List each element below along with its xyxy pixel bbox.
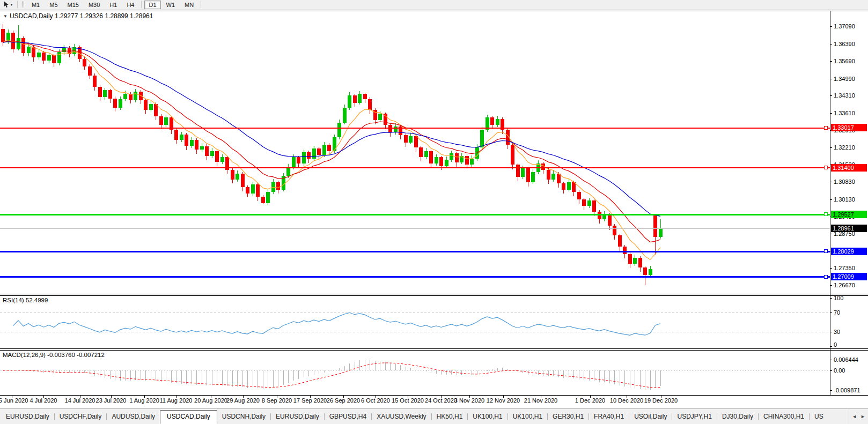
svg-text:19 Dec 2020: 19 Dec 2020	[644, 397, 678, 404]
svg-text:1.28029: 1.28029	[833, 248, 854, 255]
rsi-label: RSI(14) 52.4999	[3, 297, 48, 303]
tab-hk50-h1[interactable]: HK50,H1	[432, 410, 468, 423]
chart-title: ▼USDCAD,Daily 1.29277 1.29326 1.28899 1.…	[3, 12, 153, 20]
svg-text:23 Jul 2020: 23 Jul 2020	[96, 397, 127, 404]
chevron-down-icon: ▼	[10, 3, 13, 6]
svg-text:1.31400: 1.31400	[833, 165, 854, 171]
svg-text:14 Jul 2020: 14 Jul 2020	[65, 397, 95, 404]
tab-scroll-arrows: ◄ ►	[849, 409, 868, 424]
svg-text:1.36390: 1.36390	[834, 41, 855, 47]
cursor-icon	[3, 1, 9, 8]
svg-text:17 Sep 2020: 17 Sep 2020	[293, 397, 327, 404]
tab-eurusd-daily[interactable]: EURUSD,Daily	[1, 410, 54, 423]
chart-menu-caret-icon[interactable]: ▼	[3, 14, 8, 19]
tab-fra40-h1[interactable]: FRA40,H1	[589, 410, 629, 423]
timeframe-button-m30[interactable]: M30	[84, 1, 104, 9]
tab-ger30-h1[interactable]: GER30,H1	[548, 410, 589, 423]
tab-usdjpy-h1[interactable]: USDJPY,H1	[672, 410, 716, 423]
tab-scroll-right-icon[interactable]: ►	[860, 414, 865, 419]
chart-title-symbol: USDCAD,Daily	[10, 12, 53, 20]
svg-text:1.29527: 1.29527	[833, 211, 854, 218]
svg-text:12 Nov 2020: 12 Nov 2020	[487, 397, 520, 404]
chart-window: 1.370901.363901.356901.349901.343101.336…	[0, 10, 868, 408]
svg-text:4 Jul 2020: 4 Jul 2020	[30, 397, 57, 404]
svg-text:1.34990: 1.34990	[834, 76, 855, 82]
svg-text:0.006444: 0.006444	[834, 356, 858, 363]
timeframe-button-m15[interactable]: M15	[63, 1, 83, 9]
tab-eurusd-daily[interactable]: EURUSD,Daily	[271, 410, 324, 423]
toolbar-separator	[17, 1, 18, 8]
tab-uk100-h1[interactable]: UK100,H1	[508, 410, 547, 423]
svg-text:1.26670: 1.26670	[834, 282, 855, 288]
svg-text:0.00: 0.00	[834, 367, 845, 374]
timeframe-button-group: M1M5M15M30H1H4D1W1MN	[27, 1, 203, 9]
macd-label: MACD(12,26,9) -0.003760 -0.007212	[3, 352, 105, 358]
svg-text:6 Oct 2020: 6 Oct 2020	[361, 397, 390, 404]
toolbar-separator	[201, 1, 201, 8]
top-toolbar: ▼ M1M5M15M30H1H4D1W1MN	[0, 0, 868, 10]
svg-text:11 Aug 2020: 11 Aug 2020	[160, 397, 193, 404]
svg-text:1.32210: 1.32210	[834, 144, 855, 151]
tab-usdchf-daily[interactable]: USDCHF,Daily	[55, 410, 107, 423]
svg-text:1.27009: 1.27009	[833, 273, 854, 280]
svg-text:8 Sep 2020: 8 Sep 2020	[262, 397, 292, 404]
svg-text:15 Oct 2020: 15 Oct 2020	[392, 397, 424, 404]
svg-text:-0.009871: -0.009871	[834, 387, 860, 393]
svg-text:30: 30	[834, 329, 840, 335]
svg-text:1.33610: 1.33610	[834, 110, 855, 116]
tab-overflow-partial[interactable]: US	[810, 410, 828, 423]
svg-text:1.30130: 1.30130	[834, 196, 855, 203]
tab-uk100-h1[interactable]: UK100,H1	[468, 410, 507, 423]
timeframe-button-m5[interactable]: M5	[45, 1, 62, 9]
cursor-tool-button[interactable]: ▼	[2, 1, 15, 9]
svg-text:1.35690: 1.35690	[834, 58, 855, 64]
svg-text:25 Jun 2020: 25 Jun 2020	[0, 397, 28, 404]
timeframe-button-h1[interactable]: H1	[105, 1, 121, 9]
toolbar-drag-handle[interactable]	[23, 1, 24, 8]
tab-usoil-daily[interactable]: USOil,Daily	[629, 410, 672, 423]
svg-text:0: 0	[834, 341, 837, 348]
symbol-tabbar: EURUSD,DailyUSDCHF,DailyAUDUSD,DailyUSDC…	[0, 408, 868, 424]
svg-text:1.33017: 1.33017	[833, 124, 854, 131]
chart-canvas[interactable]: 1.370901.363901.356901.349901.343101.336…	[0, 10, 868, 411]
tab-strip: EURUSD,DailyUSDCHF,DailyAUDUSD,DailyUSDC…	[1, 409, 828, 424]
timeframe-button-m1[interactable]: M1	[27, 1, 44, 9]
tab-china300-h1[interactable]: CHINA300,H1	[759, 410, 809, 423]
svg-text:1.37090: 1.37090	[834, 23, 855, 29]
tab-usdcad-daily[interactable]: USDCAD,Daily	[160, 410, 217, 424]
svg-text:21 Nov 2020: 21 Nov 2020	[524, 397, 557, 404]
tab-gbpusd-h4[interactable]: GBPUSD,H4	[325, 410, 371, 423]
chart-title-ohlc: 1.29277 1.29326 1.28899 1.28961	[55, 12, 153, 20]
timeframe-button-h4[interactable]: H4	[122, 1, 138, 9]
svg-text:24 Oct 2020: 24 Oct 2020	[425, 397, 457, 404]
timeframe-button-w1[interactable]: W1	[162, 1, 180, 9]
svg-text:29 Aug 2020: 29 Aug 2020	[226, 397, 260, 404]
svg-text:1.30830: 1.30830	[834, 178, 855, 185]
timeframe-button-mn[interactable]: MN	[180, 1, 198, 9]
tab-usdcnh-daily[interactable]: USDCNH,Daily	[217, 410, 270, 423]
svg-text:70: 70	[834, 309, 840, 316]
timeframe-button-d1[interactable]: D1	[144, 1, 160, 9]
toolbar-separator	[141, 1, 142, 8]
svg-text:1 Dec 2020: 1 Dec 2020	[575, 397, 605, 404]
svg-text:1.28961: 1.28961	[833, 225, 854, 232]
svg-text:1 Aug 2020: 1 Aug 2020	[129, 397, 159, 404]
tab-xauusd-weekly[interactable]: XAUUSD,Weekly	[372, 410, 431, 423]
svg-text:1.34310: 1.34310	[834, 92, 855, 99]
svg-text:3 Nov 2020: 3 Nov 2020	[454, 397, 484, 404]
tab-audusd-daily[interactable]: AUDUSD,Daily	[107, 410, 160, 423]
svg-text:26 Sep 2020: 26 Sep 2020	[327, 397, 360, 404]
tab-dj30-daily[interactable]: DJ30,Daily	[717, 410, 758, 423]
svg-text:20 Aug 2020: 20 Aug 2020	[194, 397, 227, 404]
tab-scroll-left-icon[interactable]: ◄	[852, 414, 857, 419]
svg-text:100: 100	[834, 295, 843, 301]
svg-text:1.27350: 1.27350	[834, 265, 855, 271]
svg-text:10 Dec 2020: 10 Dec 2020	[610, 397, 643, 404]
